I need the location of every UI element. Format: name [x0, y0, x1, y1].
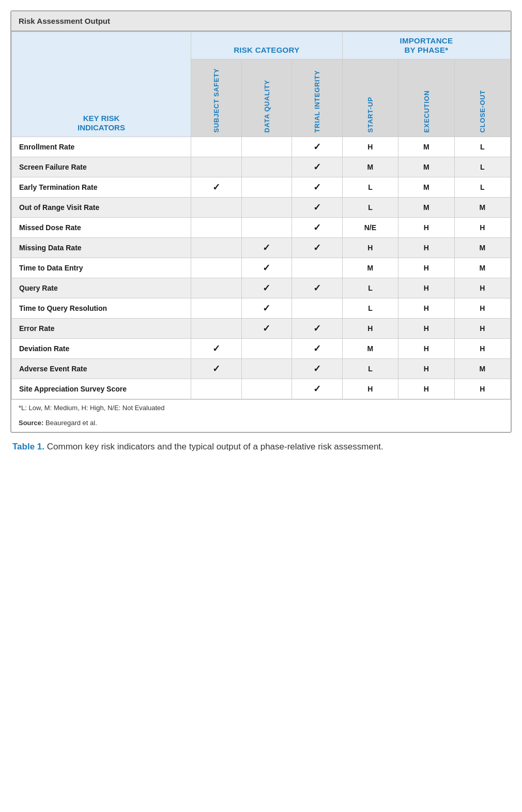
checkmark-icon: ✓: [313, 364, 321, 374]
cell-subject_safety: [191, 238, 241, 258]
cell-execution: M: [398, 177, 454, 198]
cell-indicator: Missing Data Rate: [12, 238, 191, 258]
cell-indicator: Out of Range Visit Rate: [12, 198, 191, 218]
cell-data_quality: [241, 359, 292, 379]
cell-trial_integrity: ✓: [292, 157, 343, 177]
cell-data_quality: ✓: [241, 319, 292, 339]
cell-execution: H: [398, 298, 454, 319]
cell-trial_integrity: ✓: [292, 319, 343, 339]
cell-startup: L: [342, 198, 398, 218]
cell-startup: L: [342, 278, 398, 298]
cell-execution: H: [398, 379, 454, 399]
checkmark-icon: ✓: [212, 182, 220, 192]
table-row: Site Appreciation Survey Score✓HHH: [12, 379, 511, 399]
cell-trial_integrity: ✓: [292, 339, 343, 359]
cell-startup: H: [342, 137, 398, 157]
checkmark-icon: ✓: [313, 343, 321, 354]
footer-source-label: Source:: [19, 419, 43, 427]
table-row: Enrollment Rate✓HML: [12, 137, 511, 157]
checkmark-icon: ✓: [263, 263, 270, 273]
checkmark-icon: ✓: [313, 222, 321, 233]
caption-label: Table 1.: [12, 442, 44, 452]
table-row: Error Rate✓✓HHH: [12, 319, 511, 339]
cell-trial_integrity: ✓: [292, 177, 343, 198]
cell-startup: H: [342, 319, 398, 339]
cell-data_quality: ✓: [241, 258, 292, 278]
importance-phase-label: IMPORTANCE BY PHASE*: [400, 36, 453, 54]
cell-closeout: H: [454, 319, 510, 339]
caption-block: Table 1. Common key risk indicators and …: [10, 440, 512, 454]
cell-indicator: Early Termination Rate: [12, 177, 191, 198]
cell-indicator: Screen Failure Rate: [12, 157, 191, 177]
table-row: Time to Query Resolution✓LHH: [12, 298, 511, 319]
risk-assessment-table: KEY RISK INDICATORS RISK CATEGORY IMPORT…: [11, 32, 511, 399]
cell-execution: H: [398, 359, 454, 379]
cell-subject_safety: [191, 137, 241, 157]
col-header-closeout: CLOSE-OUT: [454, 59, 510, 137]
cell-startup: N/E: [342, 218, 398, 238]
cell-indicator: Adverse Event Rate: [12, 359, 191, 379]
checkmark-icon: ✓: [212, 364, 220, 374]
cell-subject_safety: [191, 218, 241, 238]
cell-startup: M: [342, 339, 398, 359]
cell-closeout: H: [454, 339, 510, 359]
col-header-data-quality: DATA QUALITY: [241, 59, 292, 137]
cell-execution: H: [398, 258, 454, 278]
outer-wrapper: Risk Assessment Output KEY RISK INDICAT: [10, 10, 512, 454]
cell-subject_safety: ✓: [191, 359, 241, 379]
cell-subject_safety: [191, 298, 241, 319]
cell-startup: L: [342, 359, 398, 379]
risk-category-label: RISK CATEGORY: [234, 46, 299, 54]
col-header-execution: EXECUTION: [398, 59, 454, 137]
indicator-header-label: KEY RISK INDICATORS: [14, 114, 189, 132]
cell-data_quality: [241, 379, 292, 399]
cell-indicator: Missed Dose Rate: [12, 218, 191, 238]
cell-indicator: Deviation Rate: [12, 339, 191, 359]
cell-closeout: M: [454, 238, 510, 258]
checkmark-icon: ✓: [313, 182, 321, 192]
caption-text: Table 1. Common key risk indicators and …: [12, 442, 383, 452]
table-row: Time to Data Entry✓MHM: [12, 258, 511, 278]
checkmark-icon: ✓: [313, 323, 321, 334]
cell-closeout: M: [454, 198, 510, 218]
cell-indicator: Enrollment Rate: [12, 137, 191, 157]
cell-startup: H: [342, 238, 398, 258]
table-row: Missing Data Rate✓✓HHM: [12, 238, 511, 258]
cell-data_quality: ✓: [241, 298, 292, 319]
table-row: Early Termination Rate✓✓LML: [12, 177, 511, 198]
table-row: Missed Dose Rate✓N/EHH: [12, 218, 511, 238]
checkmark-icon: ✓: [263, 323, 270, 334]
cell-trial_integrity: ✓: [292, 278, 343, 298]
cell-data_quality: [241, 157, 292, 177]
cell-closeout: H: [454, 298, 510, 319]
cell-execution: M: [398, 157, 454, 177]
cell-indicator: Query Rate: [12, 278, 191, 298]
cell-execution: H: [398, 218, 454, 238]
cell-execution: H: [398, 319, 454, 339]
cell-subject_safety: ✓: [191, 177, 241, 198]
table-body: Enrollment Rate✓HMLScreen Failure Rate✓M…: [12, 137, 511, 399]
cell-execution: H: [398, 238, 454, 258]
cell-closeout: H: [454, 278, 510, 298]
cell-subject_safety: ✓: [191, 339, 241, 359]
cell-startup: L: [342, 177, 398, 198]
cell-trial_integrity: ✓: [292, 359, 343, 379]
indicator-header-cell: KEY RISK INDICATORS: [12, 32, 191, 137]
cell-data_quality: [241, 137, 292, 157]
checkmark-icon: ✓: [313, 243, 321, 253]
cell-startup: L: [342, 298, 398, 319]
checkmark-icon: ✓: [263, 303, 270, 313]
cell-data_quality: [241, 218, 292, 238]
cell-startup: M: [342, 157, 398, 177]
cell-closeout: M: [454, 258, 510, 278]
checkmark-icon: ✓: [212, 343, 220, 354]
cell-startup: M: [342, 258, 398, 278]
cell-subject_safety: [191, 157, 241, 177]
table-box: Risk Assessment Output KEY RISK INDICAT: [10, 10, 512, 433]
cell-execution: H: [398, 278, 454, 298]
table-row: Query Rate✓✓LHH: [12, 278, 511, 298]
cell-indicator: Time to Data Entry: [12, 258, 191, 278]
footer-source: Source: Beauregard et al.: [11, 416, 511, 432]
cell-subject_safety: [191, 278, 241, 298]
footer-source-text: Beauregard et al.: [45, 419, 97, 427]
